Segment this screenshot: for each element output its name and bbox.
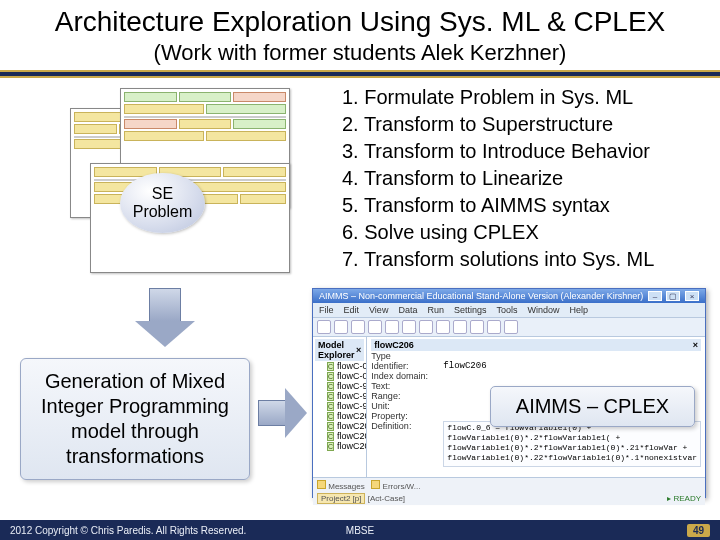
slide-subtitle: (Work with former students Alek Kerzhner… [0,38,720,70]
props-header-label: flowC206 [374,340,414,350]
toolbar-button[interactable] [317,320,331,334]
status-ready: ▸ READY [667,494,701,503]
constraint-icon: C [327,412,334,421]
step-3: 3. Transform to Introduce Behavior [342,138,702,165]
active-case-tab[interactable]: [Act-Case] [368,494,405,503]
toolbar-button[interactable] [334,320,348,334]
toolbar-button[interactable] [470,320,484,334]
messages-tab[interactable]: Messages [328,482,364,491]
constraint-icon: C [327,392,334,401]
tree-item-label: flowC204(s) [337,431,367,441]
aimms-toolbar [313,318,705,337]
aimms-titlebar: AIMMS – Non-commercial Educational Stand… [313,289,705,303]
menu-view[interactable]: View [369,305,388,315]
aimms-statusbar: Messages Errors/W... Project2 [p] [Act-C… [313,477,705,505]
slide-content: SE Problem 1. Formulate Problem in Sys. … [0,78,720,508]
tree-item[interactable]: CflowC204(s) [315,431,364,441]
step-6: 6. Solve using CPLEX [342,219,702,246]
tree-item[interactable]: CflowC205(s) [315,441,364,451]
footer-copyright: 2012 Copyright © Chris Paredis. All Righ… [10,525,246,536]
se-line2: Problem [133,203,193,220]
tree-item-label: flowC-05(s) [337,371,367,381]
menu-edit[interactable]: Edit [344,305,360,315]
menu-run[interactable]: Run [427,305,444,315]
model-explorer-tree: Model Explorer × CflowC-03(s) CflowC-05(… [313,337,367,477]
menu-data[interactable]: Data [398,305,417,315]
toolbar-button[interactable] [385,320,399,334]
tree-item-label: flowC203(s) [337,421,367,431]
se-line1: SE [152,185,173,202]
errors-tab[interactable]: Errors/W... [383,482,421,491]
toolbar-button[interactable] [351,320,365,334]
prop-text-label: Text: [371,381,435,391]
aimms-cplex-label: AIMMS – CPLEX [490,386,695,427]
toolbar-button[interactable] [419,320,433,334]
project-tab[interactable]: Project2 [p] [317,493,365,504]
step-2: 2. Transform to Superstructure [342,111,702,138]
toolbar-button[interactable] [504,320,518,334]
slide-footer: 2012 Copyright © Chris Paredis. All Righ… [0,520,720,540]
constraint-icon: C [327,372,334,381]
maximize-icon[interactable]: ▢ [666,291,680,301]
step-1: 1. Formulate Problem in Sys. ML [342,84,702,111]
minimize-icon[interactable]: – [648,291,662,301]
toolbar-button[interactable] [453,320,467,334]
tree-item[interactable]: CflowC200(s) [315,411,364,421]
tree-item[interactable]: CflowC-95(s) [315,391,364,401]
toolbar-button[interactable] [487,320,501,334]
prop-definition-label: Definition: [371,421,435,431]
tree-item[interactable]: CflowC-93(s) [315,381,364,391]
prop-range-label: Range: [371,391,435,401]
tree-item-label: flowC200(s) [337,411,367,421]
menu-settings[interactable]: Settings [454,305,487,315]
steps-list: 1. Formulate Problem in Sys. ML 2. Trans… [342,84,702,273]
tree-item-label: flowC-95(s) [337,391,367,401]
warning-icon [371,480,380,489]
constraint-icon: C [327,402,334,411]
sysml-diagram-stack: SE Problem [60,88,310,278]
constraint-icon: C [327,432,334,441]
menu-help[interactable]: Help [569,305,588,315]
tree-item[interactable]: CflowC203(s) [315,421,364,431]
aimms-menubar: File Edit View Data Run Settings Tools W… [313,303,705,318]
props-header: flowC206 × [371,339,701,351]
constraint-icon: C [327,382,334,391]
generation-box: Generation of Mixed Integer Programming … [20,358,250,480]
prop-type-label: Type [371,351,435,361]
tree-item-label: flowC-03(s) [337,361,367,371]
prop-identifier-label: Identifier: [371,361,435,371]
constraint-icon: C [327,442,334,451]
status-ready-text: READY [673,494,701,503]
tree-item-label: flowC-99(s) [337,401,367,411]
step-4: 4. Transform to Linearize [342,165,702,192]
tree-item[interactable]: CflowC-05(s) [315,371,364,381]
tree-item-label: flowC-93(s) [337,381,367,391]
tree-item[interactable]: CflowC-99(s) [315,401,364,411]
right-arrow-icon [258,388,308,438]
prop-indexdomain-label: Index domain: [371,371,435,381]
tree-header-label: Model Explorer [318,340,356,360]
toolbar-button[interactable] [368,320,382,334]
footer-page: 49 [687,524,710,537]
title-rule [0,70,720,78]
menu-file[interactable]: File [319,305,334,315]
warning-icon [317,480,326,489]
step-7: 7. Transform solutions into Sys. ML [342,246,702,273]
slide-title: Architecture Exploration Using Sys. ML &… [0,0,720,38]
se-problem-bubble: SE Problem [120,173,205,233]
menu-window[interactable]: Window [527,305,559,315]
tree-header: Model Explorer × [315,339,364,361]
prop-unit-label: Unit: [371,401,435,411]
close-icon[interactable]: × [685,291,699,301]
footer-center: MBSE [346,525,374,536]
tree-item[interactable]: CflowC-03(s) [315,361,364,371]
toolbar-button[interactable] [436,320,450,334]
constraint-icon: C [327,422,334,431]
menu-tools[interactable]: Tools [496,305,517,315]
aimms-window-title: AIMMS – Non-commercial Educational Stand… [319,291,643,301]
close-panel-icon[interactable]: × [356,345,361,355]
prop-definition-value[interactable]: flowC.0_6 = flowVariable1(0) + flowVaria… [443,421,701,467]
toolbar-button[interactable] [402,320,416,334]
close-panel-icon[interactable]: × [693,340,698,350]
constraint-icon: C [327,362,334,371]
